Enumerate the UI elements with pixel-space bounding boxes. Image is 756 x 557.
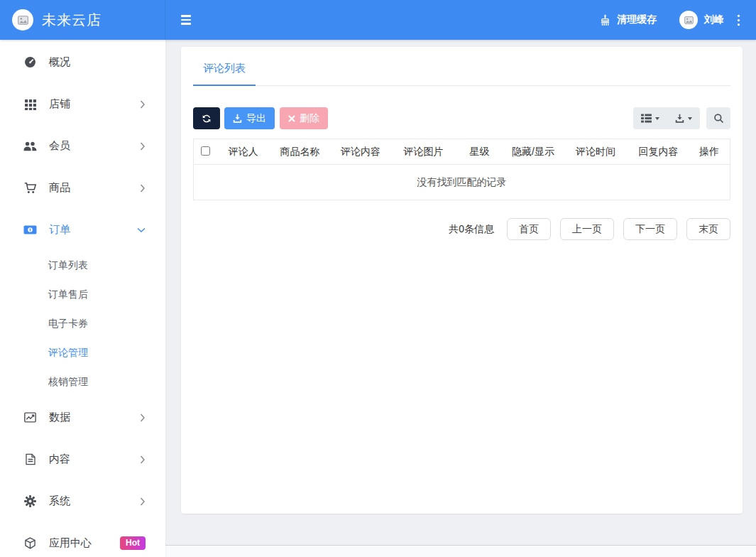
- pagination: 共0条信息 首页 上一页 下一页 末页: [193, 218, 730, 240]
- more-menu-icon[interactable]: [735, 11, 742, 29]
- chevron-right-icon: [140, 184, 146, 193]
- user-avatar: [679, 11, 698, 29]
- columns-dropdown-button[interactable]: [633, 107, 667, 129]
- footer-strip: [165, 545, 756, 557]
- cart-icon: [23, 182, 37, 194]
- toolbar-right: [633, 107, 730, 129]
- chevron-right-icon: [140, 413, 146, 422]
- users-icon: [23, 141, 37, 151]
- hot-badge: Hot: [120, 536, 146, 550]
- chevron-right-icon: [140, 455, 146, 464]
- empty-message: 没有找到匹配的记录: [194, 165, 730, 200]
- sidebar: 概况 店铺 会员: [0, 40, 165, 557]
- pagination-summary: 共0条信息: [449, 223, 494, 236]
- delete-button[interactable]: 删除: [280, 107, 328, 129]
- orders-submenu: 订单列表 订单售后 电子卡券 评论管理 核销管理: [0, 251, 165, 396]
- topbar-right: 清理缓存 刘峰: [599, 11, 742, 29]
- chart-icon: [23, 411, 37, 423]
- username: 刘峰: [704, 13, 724, 26]
- columns-icon: [641, 114, 652, 123]
- table-header-row: 评论人 商品名称 评论内容 评论图片 星级 隐藏/显示 评论时间 回复内容 操作: [194, 139, 730, 165]
- first-page-button[interactable]: 首页: [507, 218, 551, 240]
- submenu-item-after-sales[interactable]: 订单售后: [0, 280, 165, 309]
- table-wrap: 评论人 商品名称 评论内容 评论图片 星级 隐藏/显示 评论时间 回复内容 操作…: [193, 139, 730, 200]
- sidebar-item-content[interactable]: 内容: [0, 438, 165, 480]
- col-header-comment: 评论内容: [330, 139, 390, 165]
- refresh-button[interactable]: [193, 107, 220, 129]
- search-icon: [713, 113, 724, 124]
- top-header: 未来云店 清理缓存: [0, 0, 756, 40]
- next-page-button[interactable]: 下一页: [623, 218, 677, 240]
- sidebar-item-overview[interactable]: 概况: [0, 41, 165, 83]
- topbar-main: 清理缓存 刘峰: [165, 0, 756, 40]
- clear-cache-button[interactable]: 清理缓存: [599, 13, 657, 26]
- download-icon: [675, 114, 684, 123]
- x-icon: [288, 115, 295, 122]
- comments-table: 评论人 商品名称 评论内容 评论图片 星级 隐藏/显示 评论时间 回复内容 操作…: [193, 139, 730, 200]
- col-header-actions: 操作: [689, 139, 730, 165]
- empty-row: 没有找到匹配的记录: [194, 165, 730, 200]
- content-card: 评论列表 导出 删除: [181, 47, 743, 514]
- file-icon: [23, 453, 37, 465]
- search-toggle-button[interactable]: [706, 107, 730, 129]
- tab-bar: 评论列表: [193, 47, 730, 86]
- col-header-images: 评论图片: [391, 139, 456, 165]
- col-header-product: 商品名称: [270, 139, 330, 165]
- export-dropdown-button[interactable]: [667, 107, 700, 129]
- submenu-item-e-cards[interactable]: 电子卡券: [0, 309, 165, 338]
- select-all-checkbox[interactable]: [201, 146, 210, 156]
- image-icon: [684, 16, 694, 24]
- table-options-group: [633, 107, 700, 129]
- submenu-item-comment-management[interactable]: 评论管理: [0, 338, 165, 367]
- col-header-visibility: 隐藏/显示: [503, 139, 564, 165]
- chevron-right-icon: [140, 100, 146, 109]
- main-content: 评论列表 导出 删除: [165, 40, 756, 557]
- refresh-icon: [202, 114, 212, 124]
- caret-down-icon: [655, 117, 659, 120]
- brand-title: 未来云店: [42, 11, 102, 30]
- export-button[interactable]: 导出: [224, 107, 275, 129]
- image-icon: [18, 16, 28, 25]
- col-header-reply: 回复内容: [628, 139, 689, 165]
- tab-comment-list[interactable]: 评论列表: [193, 62, 256, 86]
- sidebar-item-data[interactable]: 数据: [0, 396, 165, 438]
- col-header-time: 评论时间: [563, 139, 628, 165]
- submenu-item-verification[interactable]: 核销管理: [0, 367, 165, 396]
- money-icon: [23, 225, 37, 235]
- caret-down-icon: [688, 117, 692, 120]
- submenu-item-order-list[interactable]: 订单列表: [0, 251, 165, 280]
- chevron-down-icon: [137, 227, 146, 233]
- sidebar-item-orders[interactable]: 订单: [0, 209, 165, 251]
- gear-icon: [23, 495, 37, 507]
- last-page-button[interactable]: 末页: [686, 218, 730, 240]
- col-header-reviewer: 评论人: [217, 139, 270, 165]
- chevron-right-icon: [140, 142, 146, 151]
- user-menu[interactable]: 刘峰: [679, 11, 724, 29]
- sidebar-item-products[interactable]: 商品: [0, 167, 165, 209]
- sidebar-item-app-center[interactable]: 应用中心 Hot: [0, 522, 165, 557]
- dashboard-icon: [23, 56, 37, 68]
- toolbar: 导出 删除: [193, 107, 730, 129]
- clear-cache-label: 清理缓存: [617, 13, 657, 26]
- sidebar-item-members[interactable]: 会员: [0, 125, 165, 167]
- brand: 未来云店: [0, 0, 165, 40]
- sidebar-toggle-icon[interactable]: [181, 15, 191, 25]
- sidebar-item-system[interactable]: 系统: [0, 480, 165, 522]
- prev-page-button[interactable]: 上一页: [560, 218, 614, 240]
- broom-icon: [599, 14, 611, 26]
- chevron-right-icon: [140, 497, 146, 506]
- cube-icon: [23, 537, 37, 549]
- grid-icon: [23, 99, 37, 110]
- brand-logo-avatar: [12, 9, 33, 31]
- sidebar-item-shop[interactable]: 店铺: [0, 83, 165, 125]
- col-header-rating: 星级: [456, 139, 503, 165]
- download-icon: [233, 114, 242, 123]
